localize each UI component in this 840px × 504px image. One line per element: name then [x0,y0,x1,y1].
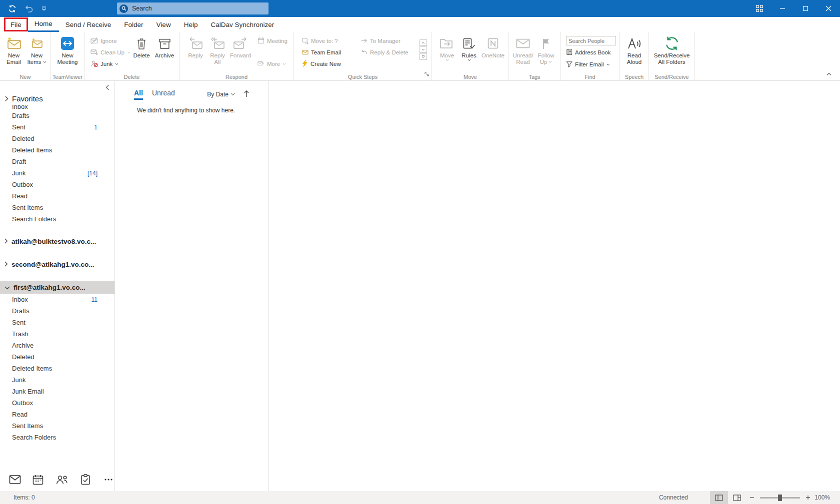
zoom-slider-thumb[interactable] [778,495,782,501]
new-email-button[interactable]: New Email [2,33,26,65]
tab-send-receive[interactable]: Send / Receive [59,17,118,32]
delete-button[interactable]: Delete [130,33,152,59]
reply-all-button[interactable]: Reply All [206,33,228,65]
folder-item[interactable]: Drafts [0,110,114,121]
zoom-level[interactable]: 100% [814,494,840,501]
tab-unread[interactable]: Unread [152,89,175,100]
folder-item[interactable]: Outbox [0,179,114,190]
quick-steps-scroll-up[interactable] [420,39,427,46]
quick-step-to-manager[interactable]: To Manager [359,36,417,46]
minimize-button[interactable] [771,0,794,17]
maximize-button[interactable] [794,0,817,17]
quick-step-move-to[interactable]: Move to: ? [300,36,358,46]
folder-item[interactable]: Deleted [0,351,114,363]
folder-item[interactable]: Junk[14] [0,167,114,179]
search-people-input[interactable] [566,36,616,45]
tab-folder[interactable]: Folder [118,17,150,32]
account-header-first[interactable]: first@atikahg1.vo.co... [0,281,114,294]
meeting-button[interactable]: Meeting [256,36,290,46]
group-label-tags: Tags [509,74,560,80]
tab-view[interactable]: View [150,17,178,32]
folder-item[interactable]: Search Folders [0,213,114,225]
zoom-in-button[interactable] [802,491,814,504]
read-aloud-button[interactable]: Read Aloud [622,33,646,65]
sort-by-date-dropdown[interactable]: By Date [207,91,235,98]
normal-view-button[interactable] [710,491,728,504]
tab-caldav-synchronizer[interactable]: CalDav Synchronizer [204,17,280,32]
send-receive-all-button[interactable]: Send/Receive All Folders [651,33,693,65]
zoom-slider[interactable] [760,497,800,499]
rules-button[interactable]: Rules [458,33,480,61]
forward-button[interactable]: Forward [228,33,252,59]
new-items-button[interactable]: New Items [26,33,48,65]
tab-home[interactable]: Home [28,17,59,32]
close-button[interactable] [817,0,840,17]
tab-all[interactable]: All [134,89,143,100]
button-label: Junk [100,61,112,67]
folder-item[interactable]: Deleted [0,133,114,144]
folder-item[interactable]: Read [0,190,114,202]
folder-item[interactable]: Junk [0,374,114,386]
quick-step-reply-delete[interactable]: Reply & Delete [359,47,417,57]
apps-grid-icon[interactable] [748,0,771,17]
new-meeting-button[interactable]: New Meeting [54,33,82,65]
to-manager-icon [361,38,368,44]
status-bar: Items: 0 Connected 100% [0,491,840,504]
folder-item[interactable]: Inbox11 [0,294,114,305]
zoom-out-button[interactable] [746,491,758,504]
more-button[interactable]: More [256,59,290,69]
folder-item[interactable]: Draft [0,156,114,167]
follow-up-button[interactable]: Follow Up [534,33,558,65]
unread-read-button[interactable]: Unread/ Read [512,33,534,65]
sort-direction-icon[interactable] [243,90,250,99]
folder-item[interactable]: Outbox [0,397,114,409]
folder-item[interactable]: Archive [0,340,114,351]
junk-button[interactable]: Junk [88,59,130,69]
collapse-folder-pane-icon[interactable] [106,83,110,92]
folder-item[interactable]: Trash [0,328,114,340]
search-input[interactable]: Search [117,2,268,14]
move-button[interactable]: Move [436,33,458,61]
account-header-second[interactable]: second@atikahg1.vo.co... [0,258,114,271]
reply-button[interactable]: Reply [184,33,206,59]
filter-email-button[interactable]: Filter Email [566,59,616,69]
folder-item[interactable]: Sent Items [0,202,114,213]
onenote-button[interactable]: OneNote [480,33,506,59]
tab-help[interactable]: Help [178,17,204,32]
customize-toolbar-icon[interactable] [42,6,46,11]
folder-item-clipped[interactable]: Inbox [0,105,114,110]
reading-view-button[interactable] [728,491,746,504]
tasks-nav-icon[interactable] [80,473,92,486]
quick-step-create-new[interactable]: Create New [300,59,358,69]
mail-nav-icon[interactable] [9,473,21,486]
tab-file[interactable]: File [4,17,28,32]
collapse-ribbon-icon[interactable] [826,69,832,78]
folder-item[interactable]: Search Folders [0,432,114,443]
title-bar: Search [0,0,840,17]
quick-steps-more-button[interactable] [420,53,427,60]
address-book-button[interactable]: Address Book [566,47,616,57]
clean-up-button[interactable]: Clean Up [88,47,130,57]
folder-item[interactable]: Junk Email [0,386,114,397]
people-nav-icon[interactable] [56,473,68,486]
folder-item[interactable]: Deleted Items [0,144,114,156]
folder-label: Deleted [12,353,34,361]
calendar-nav-icon[interactable] [32,473,44,486]
folder-item[interactable]: Read [0,409,114,420]
favorites-header[interactable]: Favorites [0,92,114,105]
folder-item[interactable]: Sent Items [0,420,114,432]
quick-steps-scroll-down[interactable] [420,46,427,53]
archive-button[interactable]: Archive [152,33,176,59]
account-header-atikah[interactable]: atikah@bulktestvo8.vo.c... [0,235,114,248]
undo-icon[interactable] [24,4,34,12]
group-label-delete: Delete [84,74,179,80]
move-to-icon [302,37,308,45]
quick-step-team-email[interactable]: Team Email [300,47,358,57]
folder-item[interactable]: Drafts [0,305,114,317]
more-apps-icon[interactable] [102,473,114,486]
send-receive-icon[interactable] [8,4,16,13]
folder-item[interactable]: Sent [0,317,114,328]
ignore-button[interactable]: Ignore [88,36,130,46]
folder-item[interactable]: Sent1 [0,121,114,133]
folder-item[interactable]: Deleted Items [0,363,114,374]
